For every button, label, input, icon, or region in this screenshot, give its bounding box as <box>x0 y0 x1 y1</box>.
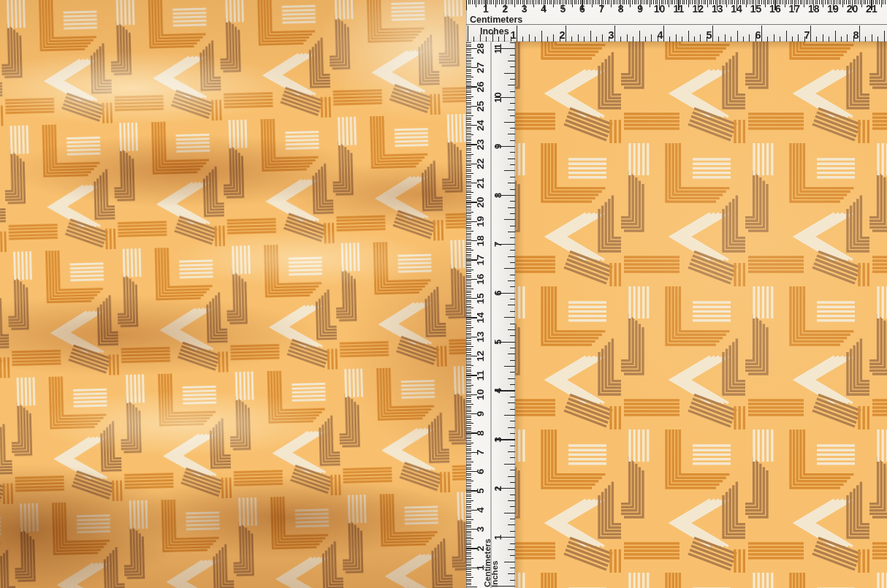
v-inch-number: 1 <box>492 535 503 540</box>
v-inch-unit-label: Inches <box>490 561 499 587</box>
h-cm-number: 4 <box>541 3 547 15</box>
h-cm-number: 19 <box>827 3 839 15</box>
h-cm-number: 12 <box>693 3 704 15</box>
h-cm-number: 17 <box>789 3 801 15</box>
v-cm-number: 18 <box>475 235 486 247</box>
h-cm-number: 16 <box>769 3 781 15</box>
v-inch-number: 8 <box>492 193 503 198</box>
h-cm-number: 6 <box>579 3 585 15</box>
h-cm-number: 10 <box>654 3 666 15</box>
h-inch-number: 2 <box>560 29 566 41</box>
v-inch-number: 9 <box>492 144 503 149</box>
h-cm-number: 9 <box>637 3 643 15</box>
h-cm-number: 13 <box>712 3 723 15</box>
h-inch-number: 6 <box>755 29 761 41</box>
h-inch-unit-label: Inches <box>480 26 509 37</box>
v-cm-number: 10 <box>475 389 486 400</box>
v-cm-number: 6 <box>475 468 486 474</box>
flat-fabric-swatch <box>515 42 887 588</box>
v-inch-number: 7 <box>492 242 503 247</box>
v-cm-number: 9 <box>475 411 486 417</box>
h-cm-unit-label: Centimeters <box>470 15 522 25</box>
h-inch-number: 4 <box>658 29 663 41</box>
v-cm-number: 20 <box>475 196 486 207</box>
v-cm-number: 15 <box>475 293 486 305</box>
v-cm-number: 19 <box>475 216 486 227</box>
h-cm-number: 1 <box>483 3 489 15</box>
v-cm-number: 28 <box>475 42 486 54</box>
v-inch-number: 10 <box>492 92 503 102</box>
h-cm-number: 21 <box>866 3 878 15</box>
h-cm-number: 2 <box>502 3 508 15</box>
h-inch-number: 1 <box>511 29 517 41</box>
h-cm-number: 18 <box>808 3 820 15</box>
v-cm-number: 25 <box>475 100 486 112</box>
v-cm-number: 13 <box>475 331 486 343</box>
v-cm-number: 16 <box>475 273 486 285</box>
v-cm-number: 14 <box>475 312 486 324</box>
scene-svg: 123456789101112131415161718192021Centime… <box>0 0 887 588</box>
v-cm-number: 3 <box>475 526 486 532</box>
v-cm-number: 8 <box>475 430 486 436</box>
h-inch-number: 3 <box>609 29 614 41</box>
h-cm-number: 11 <box>673 3 684 15</box>
v-cm-number: 5 <box>475 488 486 494</box>
vertical-ruler: 1234567891011121314151617181920212223242… <box>466 42 515 588</box>
v-cm-number: 11 <box>475 370 486 381</box>
h-cm-number: 3 <box>522 3 528 15</box>
v-inch-number: 4 <box>492 388 503 394</box>
h-cm-number: 5 <box>560 3 566 15</box>
v-cm-number: 27 <box>475 62 486 73</box>
v-inch-number: 5 <box>492 339 503 344</box>
h-cm-number: 8 <box>618 3 624 15</box>
draped-fabric-photo <box>0 0 466 588</box>
v-cm-number: 22 <box>475 159 486 169</box>
v-cm-number: 24 <box>475 120 486 131</box>
h-inch-number: 5 <box>707 29 712 41</box>
v-cm-number: 4 <box>475 507 486 513</box>
v-inch-number: 6 <box>492 291 503 296</box>
v-cm-number: 12 <box>475 351 486 362</box>
h-cm-number: 14 <box>731 3 742 15</box>
h-inch-number: 8 <box>853 29 859 41</box>
v-inch-number: 2 <box>492 486 503 491</box>
h-cm-number: 7 <box>598 3 604 15</box>
v-cm-number: 26 <box>475 81 486 93</box>
h-cm-number: 20 <box>847 3 859 15</box>
v-cm-number: 23 <box>475 139 486 150</box>
h-cm-number: 15 <box>750 3 762 15</box>
fabric-product-photo: 123456789101112131415161718192021Centime… <box>0 0 887 588</box>
v-inch-number: 11 <box>492 44 503 54</box>
v-cm-number: 7 <box>475 450 486 456</box>
v-inch-number: 3 <box>492 437 503 442</box>
v-cm-number: 17 <box>475 254 486 265</box>
h-inch-number: 7 <box>804 29 810 41</box>
horizontal-ruler: 123456789101112131415161718192021Centime… <box>466 0 887 42</box>
v-cm-number: 21 <box>475 177 486 189</box>
